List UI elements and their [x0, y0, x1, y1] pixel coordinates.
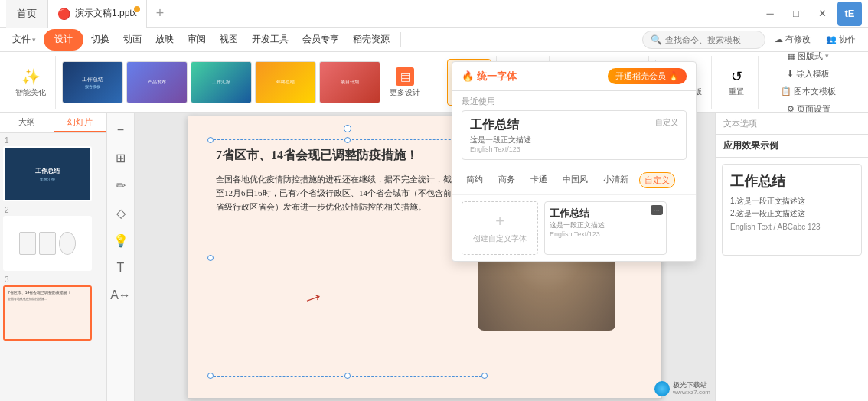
slide-item-3[interactable]: 3 7省区市、14省会现已调整防疫措施！ 全国各地优化疫情防控措施... [3, 275, 103, 341]
custom-preset[interactable]: ··· 工作总结 这是一段正文描述 English Text/123 [544, 201, 667, 255]
slide-number-3: 3 [3, 275, 103, 284]
style-tags: 简约 商务 卡通 中国风 小清新 自定义 [452, 166, 696, 195]
tool-layers[interactable]: ⊞ [110, 147, 132, 168]
handle-rotate[interactable] [344, 125, 351, 132]
vip-btn[interactable]: 开通稻壳会员 🔥 [608, 68, 687, 84]
search-box[interactable]: 🔍 [642, 31, 765, 49]
tool-minus[interactable]: − [110, 119, 132, 141]
slide-thumb-2[interactable] [3, 216, 92, 271]
slide-number-2: 2 [3, 206, 103, 214]
search-icon: 🔍 [651, 34, 662, 45]
tool-light[interactable]: 💡 [110, 230, 132, 251]
template-thumb-2[interactable]: 产品发布 [126, 61, 188, 103]
menu-switch[interactable]: 切换 [85, 29, 116, 51]
reset-btn[interactable]: ↺ 重置 [720, 65, 753, 100]
format-mode-btn[interactable]: ▦ 图版式 ▾ [783, 49, 834, 64]
menu-design[interactable]: 设计 [44, 29, 83, 51]
search-input[interactable] [665, 35, 757, 44]
custom-section: + 创建自定义字体 ··· 工作总结 这是一段正文描述 English Text… [452, 195, 696, 261]
smart-beautify-btn[interactable]: ✨ 智能美化 [11, 64, 51, 101]
tab-file[interactable]: 🔴 演示文稿1.pptx [48, 0, 147, 28]
watermark-logo [654, 381, 670, 396]
style-tag-shangwu[interactable]: 商务 [494, 172, 520, 188]
template-thumb-4[interactable]: 年终总结 [255, 61, 316, 103]
effect-text-2: 2.这是一段正文描述这 [730, 207, 853, 220]
menu-review[interactable]: 审阅 [181, 29, 212, 51]
template-thumb-1[interactable]: 工作总结报告模板 [62, 61, 123, 103]
tab-home[interactable]: 首页 [6, 0, 48, 28]
effect-eng: English Text / ABCabc 123 [730, 223, 853, 231]
close-btn[interactable]: ✕ [811, 3, 833, 24]
slide-item-1[interactable]: 1 工作总结 年终汇报 [3, 136, 103, 201]
action-collab[interactable]: 👥 协作 [820, 31, 862, 49]
tool-pen[interactable]: ✏ [110, 174, 132, 196]
template-strip: 工作总结报告模板 产品发布 工作汇报 年终总结 项目计划 ▤ 更多设计 [59, 56, 429, 109]
right-panel-title: 应用效果示例 [716, 135, 868, 158]
style-tag-zhongguofeng[interactable]: 中国风 [558, 172, 592, 188]
avatar-btn[interactable]: tE [837, 2, 862, 26]
slide-thumb-3[interactable]: 7省区市、14省会现已调整防疫措施！ 全国各地优化疫情防控措施... [3, 285, 92, 341]
format-icon: ▦ [788, 51, 795, 61]
menu-slideshow[interactable]: 放映 [149, 29, 180, 51]
font-preset-1[interactable]: 自定义 工作总结 这是一段正文描述 English Text/123 [462, 110, 687, 160]
template-thumb-5[interactable]: 项目计划 [319, 61, 380, 103]
dropdown-panel: 🔥 统一字体 开通稻壳会员 🔥 最近使用 自定义 工作总结 这是一段正文描述 E… [452, 61, 697, 262]
slide-item-2[interactable]: 2 [3, 206, 103, 271]
main-area: 大纲 幻灯片 1 工作总结 年终汇报 2 [0, 113, 868, 401]
tab-add[interactable]: + [147, 0, 174, 28]
style-tag-xiaoquxin[interactable]: 小清新 [599, 172, 633, 188]
maximize-btn[interactable]: □ [785, 3, 807, 24]
menu-dev[interactable]: 开发工具 [246, 29, 295, 51]
handle-bm[interactable] [344, 373, 351, 379]
slide-thumb-1[interactable]: 工作总结 年终汇报 [3, 146, 92, 201]
minimize-btn[interactable]: ─ [759, 3, 781, 24]
tab-outline[interactable]: 大纲 [0, 113, 54, 132]
left-toolbar: − ⊞ ✏ ◇ 💡 T A↔ [107, 113, 135, 401]
tool-shapes[interactable]: ◇ [110, 202, 132, 223]
custom-preset-title: 工作总结 [550, 207, 661, 220]
style-tag-jianye[interactable]: 简约 [462, 172, 488, 188]
handle-tl[interactable] [207, 137, 214, 143]
recent-label: 最近使用 [452, 91, 696, 110]
create-custom-btn[interactable]: + 创建自定义字体 [462, 201, 538, 255]
chevron-down-4: ▾ [825, 52, 829, 60]
import-icon: ⬇ [787, 69, 794, 79]
more-btn[interactable]: ··· [651, 205, 663, 215]
toolbar: ✨ 智能美化 工作总结报告模板 产品发布 工作汇报 年终总结 项目计划 ▤ 更多… [0, 52, 868, 113]
style-tag-katong[interactable]: 卡通 [526, 172, 552, 188]
menu-right: 🔍 ☁ 有修改 👥 协作 [642, 31, 862, 49]
custom-preset-eng: English Text/123 [550, 230, 661, 238]
tool-translate[interactable]: A↔ [110, 285, 132, 306]
menu-daoke[interactable]: 稻壳资源 [347, 29, 396, 51]
preset-eng: English Text/123 [470, 145, 678, 153]
template-thumb-3[interactable]: 工作汇报 [191, 61, 252, 103]
dropdown-header: 🔥 统一字体 开通稻壳会员 🔥 [452, 62, 696, 91]
preset-sub: 这是一段正文描述 [470, 135, 678, 145]
title-right: ─ □ ✕ tE [759, 2, 862, 26]
style-tag-zidingyi[interactable]: 自定义 [639, 172, 675, 188]
action-modify[interactable]: ☁ 有修改 [768, 31, 817, 49]
preset-title: 工作总结 [470, 117, 678, 133]
page-settings-btn[interactable]: ⚙ 页面设置 [782, 102, 835, 116]
menu-view[interactable]: 视图 [214, 29, 244, 51]
tab-slides[interactable]: 幻灯片 [54, 113, 107, 132]
reset-icon: ↺ [731, 68, 742, 85]
handle-ml[interactable] [207, 255, 214, 261]
more-design-btn[interactable]: ▤ 更多设计 [383, 64, 426, 101]
handle-br[interactable] [481, 373, 488, 379]
menu-file[interactable]: 文件 ▾ [6, 29, 42, 51]
handle-bl[interactable] [207, 373, 214, 379]
menu-vip[interactable]: 会员专享 [296, 29, 345, 51]
settings-icon: ⚙ [787, 104, 795, 114]
menu-animation[interactable]: 动画 [117, 29, 148, 51]
cloud-icon: ☁ [775, 34, 783, 44]
text-icon: 📋 [781, 86, 791, 96]
toolbar-sep-1 [436, 60, 436, 106]
handle-tm[interactable] [344, 137, 351, 143]
text-selection-label: 文本选项 [723, 118, 757, 129]
import-template-btn[interactable]: ⬇ 导入模板 [782, 67, 834, 81]
slide-text-main[interactable]: 7省区市、14省会现已调整防疫措施！ 全国各地优化疫情防控措施的进程还在继续，据… [216, 147, 476, 214]
slides-panel: 大纲 幻灯片 1 工作总结 年终汇报 2 [0, 113, 107, 401]
text-template-btn[interactable]: 📋 图本文模板 [776, 84, 840, 99]
tool-text[interactable]: T [110, 257, 132, 279]
